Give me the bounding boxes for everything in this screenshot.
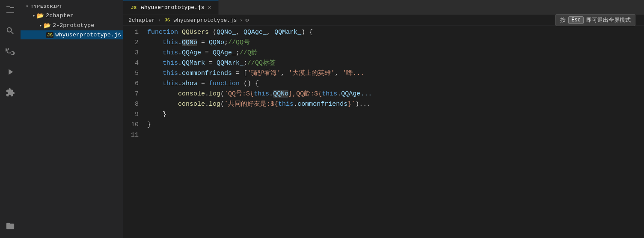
esc-key: Esc <box>568 16 584 24</box>
sidebar-label-2chapter: 2chapter <box>46 12 74 19</box>
breadcrumb-js-icon: JS <box>163 17 171 23</box>
sidebar-item-whyuserprototype[interactable]: JS whyuserprototype.js <box>21 30 123 39</box>
extensions-icon[interactable] <box>2 84 19 101</box>
tab-close-button[interactable]: × <box>208 4 211 11</box>
breadcrumb-sep-2: › <box>240 17 243 24</box>
code-content[interactable]: function QQUsers (QQNo_, QQAge_, QQMark_… <box>145 27 644 238</box>
chevron-icon-2-2prototype: ▾ <box>39 23 42 28</box>
code-line-2: this.QQNo = QQNo;//QQ号 <box>147 38 644 48</box>
sidebar-item-2-2prototype[interactable]: ▾ 📂 2-2prototype <box>21 21 123 30</box>
code-line-9: } <box>147 110 644 120</box>
line-numbers: 1 2 3 4 5 6 7 8 9 10 11 <box>123 27 145 238</box>
source-control-icon[interactable] <box>2 43 19 60</box>
code-line-5: this.commonfriends = ['骑驴看海', '大漠上的英雄', … <box>147 68 644 79</box>
esc-text: 即可退出全屏模式 <box>586 16 631 24</box>
folder-open-icon-2: 📂 <box>44 22 51 29</box>
breadcrumb-sep-1: › <box>157 17 161 24</box>
code-line-8: console.log(`共同的好友是:${this.commonfriends… <box>147 99 644 110</box>
run-icon[interactable] <box>2 63 19 80</box>
code-line-10: } <box>147 120 644 130</box>
tab-label: whyuserprototype.js <box>141 4 204 11</box>
tab-whyuserprototype[interactable]: JS whyuserprototype.js × <box>123 0 219 15</box>
files-icon[interactable] <box>2 2 19 19</box>
code-line-6: this.show = function () { <box>147 79 644 89</box>
sidebar-item-2chapter[interactable]: ▾ 📂 2chapter <box>21 11 123 21</box>
sidebar-label-whyuserprototype: whyuserprototype.js <box>55 32 121 38</box>
folder-open-icon: 📂 <box>37 12 44 19</box>
chevron-down-icon: ▾ <box>26 3 29 9</box>
tab-js-icon: JS <box>130 5 137 11</box>
js-file-icon: JS <box>46 32 53 38</box>
chevron-icon-2chapter: ▾ <box>33 13 35 18</box>
code-line-3: this.QQAge = QQAge_;//Q龄 <box>147 48 644 58</box>
search-icon[interactable] <box>2 22 19 39</box>
breadcrumb-symbol[interactable]: ⚙ <box>245 17 249 24</box>
folder-icon[interactable] <box>2 217 19 235</box>
sidebar: ▾ TYPESCRIPT ▾ 📂 2chapter ▾ 📂 2-2prototy… <box>21 0 123 238</box>
sidebar-label-2-2prototype: 2-2prototype <box>53 22 94 29</box>
esc-tooltip: 按 Esc 即可退出全屏模式 <box>555 14 635 26</box>
code-line-1: function QQUsers (QQNo_, QQAge_, QQMark_… <box>147 27 644 38</box>
sidebar-header: ▾ TYPESCRIPT <box>21 0 123 11</box>
activity-bar <box>0 0 21 238</box>
code-line-4: this.QQMark = QQMark_;//QQ标签 <box>147 58 644 68</box>
editor-area: JS whyuserprototype.js × 2chapter › JS w… <box>123 0 644 238</box>
tab-bar: JS whyuserprototype.js × <box>123 0 644 15</box>
breadcrumb-file[interactable]: whyuserprototype.js <box>173 17 237 24</box>
breadcrumb: 2chapter › JS whyuserprototype.js › ⚙ 按 … <box>123 15 644 26</box>
sidebar-title: TYPESCRIPT <box>31 4 63 9</box>
breadcrumb-2chapter[interactable]: 2chapter <box>128 17 155 24</box>
code-line-7: console.log(`QQ号:${this.QQNo},QQ龄:${this… <box>147 89 644 99</box>
esc-label: 按 <box>560 16 566 24</box>
code-editor[interactable]: 1 2 3 4 5 6 7 8 9 10 11 function QQUsers… <box>123 26 644 238</box>
